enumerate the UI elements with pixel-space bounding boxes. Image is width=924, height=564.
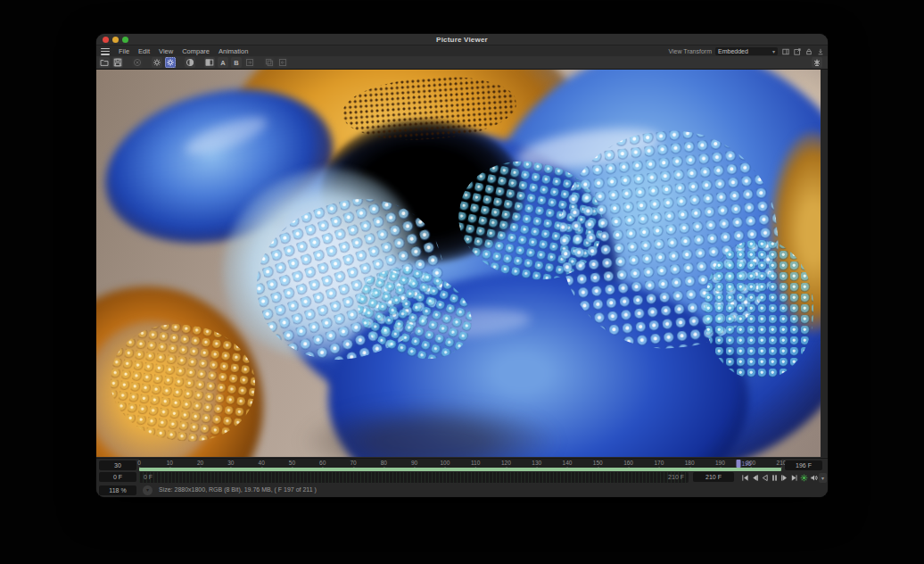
- timeline-ruler[interactable]: 2102001901801701601501401301201101009080…: [139, 459, 781, 472]
- ruler-tick-label: 170: [654, 460, 664, 466]
- ruler-tick-label: 100: [440, 460, 450, 466]
- menubar: File Edit View Compare Animation View Tr…: [96, 46, 828, 56]
- menu-edit[interactable]: Edit: [138, 47, 150, 55]
- contrast-icon[interactable]: [185, 57, 195, 68]
- ruler-tick-label: 120: [501, 460, 511, 466]
- loop-playback-icon[interactable]: [799, 473, 808, 483]
- hamburger-menu-icon[interactable]: [101, 48, 110, 55]
- range-bar-start-label: 0 F: [144, 474, 153, 480]
- ruler-tick-label: 30: [227, 460, 234, 466]
- menu-view[interactable]: View: [159, 47, 173, 55]
- current-frame-field[interactable]: 196 F: [785, 460, 822, 470]
- render-filter-icon[interactable]: [812, 57, 822, 68]
- pause-button[interactable]: [770, 473, 779, 483]
- goto-start-button[interactable]: [740, 473, 749, 483]
- transport-options-chevron-icon[interactable]: ▾: [819, 473, 827, 483]
- paste-version-icon: [277, 57, 288, 68]
- step-backward-button[interactable]: [750, 473, 759, 483]
- range-start-field[interactable]: 0 F: [99, 472, 136, 482]
- picture-viewer-window: Picture Viewer File Edit View Compare An…: [96, 34, 828, 497]
- zoom-level-field[interactable]: 118 %: [99, 485, 136, 495]
- ruler-tick-label: 50: [289, 460, 295, 466]
- ruler-tick-label: 150: [593, 460, 603, 466]
- ruler-tick-label: 20: [197, 460, 203, 466]
- image-viewport[interactable]: [96, 70, 821, 457]
- statusbar: 118 % ▾ Size: 2880x1800, RGB (8 Bit), 19…: [96, 484, 828, 497]
- ruler-tick-label: 190: [715, 460, 725, 466]
- artwork-bubbles: [705, 240, 813, 379]
- view-transform-label: View Transform: [669, 48, 713, 54]
- lock-icon[interactable]: [804, 47, 813, 55]
- range-bar-end-label: 210 F: [668, 474, 684, 480]
- menu-compare[interactable]: Compare: [182, 47, 210, 55]
- remove-icon: [132, 57, 143, 68]
- zoom-dropdown-button[interactable]: ▾: [143, 485, 153, 495]
- chevron-down-icon: ▾: [772, 49, 775, 54]
- ab-split-icon[interactable]: [204, 57, 215, 68]
- save-icon[interactable]: [112, 57, 123, 68]
- open-file-icon[interactable]: [99, 57, 110, 68]
- ruler-tick-label: 130: [532, 460, 541, 466]
- window-title: Picture Viewer: [96, 36, 828, 44]
- goto-end-button[interactable]: [789, 473, 798, 483]
- version-b-button[interactable]: B: [231, 57, 242, 68]
- menu-animation[interactable]: Animation: [219, 47, 248, 55]
- dock-icon[interactable]: [816, 47, 824, 55]
- transport-controls: ▾: [740, 472, 827, 483]
- toolbar: A B: [96, 56, 828, 70]
- filter-gear-icon[interactable]: [165, 57, 176, 68]
- version-a-button[interactable]: A: [218, 57, 228, 68]
- frame-rate-field[interactable]: 30: [99, 460, 136, 470]
- range-slider[interactable]: 0 F 210 F: [139, 472, 689, 483]
- ruler-tick-label: 110: [471, 460, 480, 466]
- titlebar: Picture Viewer: [96, 34, 828, 46]
- view-transform-select[interactable]: Embedded ▾: [715, 47, 778, 55]
- assign-version-icon: [244, 57, 255, 68]
- settings-gear-icon[interactable]: [152, 57, 162, 68]
- copy-version-icon: [264, 57, 275, 68]
- play-backward-button[interactable]: [760, 473, 769, 483]
- ruler-tick-label: 80: [381, 460, 387, 466]
- ruler-tick-label: 40: [259, 460, 265, 466]
- viewport-side-gap: [821, 70, 828, 457]
- ruler-tick-label: 90: [411, 460, 417, 466]
- playhead[interactable]: 196: [737, 460, 741, 468]
- timeline-range-row: 0 F 0 F 210 F 210 F ▾: [96, 471, 828, 484]
- ruler-tick-label: 0: [137, 460, 141, 466]
- view-transform-value: Embedded: [718, 48, 772, 54]
- layout-panel-icon[interactable]: [781, 47, 789, 55]
- ruler-tick-label: 60: [319, 460, 326, 466]
- ruler-tick-label: 70: [350, 460, 356, 466]
- menu-file[interactable]: File: [119, 47, 129, 55]
- ruler-tick-label: 140: [563, 460, 573, 466]
- sound-icon[interactable]: [809, 473, 818, 483]
- image-info-text: Size: 2880x1800, RGB (8 Bit), 19.76 MB, …: [159, 486, 317, 493]
- playhead-label: 196: [742, 460, 752, 467]
- ruler-tick-label: 10: [167, 460, 173, 466]
- ruler-tick-label: 160: [623, 460, 633, 466]
- range-end-field[interactable]: 210 F: [693, 472, 734, 482]
- ruler-tick-label: 180: [685, 460, 695, 466]
- timeline-ruler-row: 30 2102001901801701601501401301201101009…: [96, 458, 828, 471]
- play-forward-button[interactable]: [780, 473, 788, 483]
- open-external-icon[interactable]: [793, 47, 801, 55]
